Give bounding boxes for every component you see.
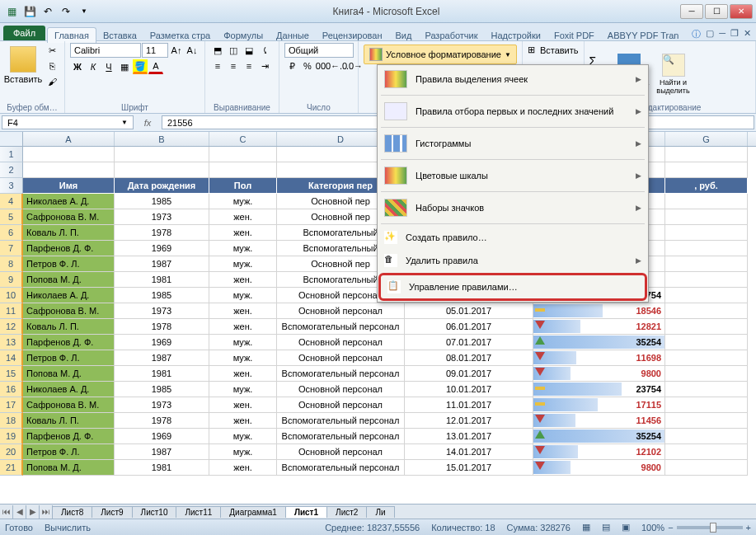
- gender-cell[interactable]: жен.: [209, 460, 277, 476]
- copy-icon[interactable]: ⎘: [45, 59, 59, 73]
- value-cell[interactable]: 18546: [533, 303, 665, 319]
- date-cell[interactable]: 15.01.2017: [405, 460, 533, 476]
- category-cell[interactable]: Основной персонал: [277, 382, 405, 397]
- cell[interactable]: [209, 147, 277, 162]
- maximize-button[interactable]: ☐: [705, 4, 728, 19]
- table-header[interactable]: Имя: [23, 178, 115, 194]
- year-cell[interactable]: 1981: [115, 272, 209, 288]
- sheet-tab-Лист2[interactable]: Лист2: [326, 506, 367, 518]
- cell[interactable]: [665, 194, 748, 209]
- date-cell[interactable]: 10.01.2017: [405, 382, 533, 397]
- underline-icon[interactable]: Ч: [101, 59, 116, 74]
- italic-icon[interactable]: К: [86, 59, 101, 74]
- value-cell[interactable]: 17115: [533, 397, 665, 413]
- zoom-control[interactable]: 100% − +: [641, 523, 751, 533]
- tab-first-icon[interactable]: ⏮: [0, 505, 13, 519]
- cf-data-bars[interactable]: Гистограммы ▶: [378, 129, 648, 157]
- value-cell[interactable]: 9800: [533, 366, 665, 382]
- qat-dropdown-icon[interactable]: ▼: [76, 3, 92, 20]
- sheet-tab-Лист8[interactable]: Лист8: [52, 506, 92, 518]
- name-cell[interactable]: Попова М. Д.: [23, 460, 115, 476]
- namebox-dropdown-icon[interactable]: ▼: [121, 119, 128, 126]
- gender-cell[interactable]: жен.: [209, 319, 277, 335]
- name-cell[interactable]: Парфенов Д. Ф.: [23, 335, 115, 350]
- name-cell[interactable]: Сафронова В. М.: [23, 209, 115, 225]
- zoom-slider[interactable]: [677, 526, 743, 529]
- cell[interactable]: [665, 162, 748, 178]
- value-cell[interactable]: 35254: [533, 429, 665, 444]
- cell[interactable]: [665, 397, 748, 413]
- row-header-6[interactable]: 6: [0, 225, 23, 241]
- sheet-tab-Лист10[interactable]: Лист10: [132, 506, 177, 518]
- file-tab[interactable]: Файл: [3, 26, 45, 40]
- cell[interactable]: [209, 162, 277, 178]
- cf-top-bottom-rules[interactable]: Правила отбора первых и последних значен…: [378, 97, 648, 125]
- cut-icon[interactable]: ✂: [45, 43, 59, 58]
- align-center-icon[interactable]: ≡: [226, 59, 241, 73]
- doc-min-icon[interactable]: ─: [719, 28, 725, 40]
- year-cell[interactable]: 1985: [115, 382, 209, 397]
- view-layout-icon[interactable]: ▤: [602, 522, 610, 533]
- cell[interactable]: [665, 350, 748, 366]
- fx-icon[interactable]: fx: [135, 114, 160, 131]
- row-header-5[interactable]: 5: [0, 209, 23, 225]
- name-cell[interactable]: Николаев А. Д.: [23, 288, 115, 303]
- name-cell[interactable]: Петров Ф. Л.: [23, 444, 115, 460]
- gender-cell[interactable]: муж.: [209, 429, 277, 444]
- date-cell[interactable]: 09.01.2017: [405, 366, 533, 382]
- cf-new-rule[interactable]: ✨ Создать правило…: [378, 226, 648, 249]
- row-header-18[interactable]: 18: [0, 413, 23, 429]
- year-cell[interactable]: 1978: [115, 225, 209, 241]
- insert-cells-icon[interactable]: ⊞: [528, 45, 535, 55]
- row-header-8[interactable]: 8: [0, 256, 23, 272]
- gender-cell[interactable]: муж.: [209, 256, 277, 272]
- name-cell[interactable]: Петров Ф. Л.: [23, 256, 115, 272]
- column-header-G[interactable]: G: [665, 132, 748, 146]
- zoom-in-icon[interactable]: +: [746, 523, 751, 533]
- cf-clear-rules[interactable]: 🗑 Удалить правила ▶: [378, 249, 648, 272]
- grow-font-icon[interactable]: A↑: [169, 43, 184, 58]
- insert-cells-label[interactable]: Вставить: [540, 45, 579, 55]
- align-right-icon[interactable]: ≡: [242, 59, 256, 73]
- name-cell[interactable]: Коваль Л. П.: [23, 413, 115, 429]
- inc-decimal-icon[interactable]: ←.0: [331, 59, 346, 73]
- cell[interactable]: [665, 225, 748, 241]
- category-cell[interactable]: Вспомогательный персонал: [277, 460, 405, 476]
- font-color-icon[interactable]: A: [148, 59, 163, 74]
- gender-cell[interactable]: муж.: [209, 288, 277, 303]
- cell[interactable]: [665, 256, 748, 272]
- gender-cell[interactable]: жен.: [209, 209, 277, 225]
- close-button[interactable]: ✕: [730, 4, 753, 19]
- name-cell[interactable]: Коваль Л. П.: [23, 319, 115, 335]
- year-cell[interactable]: 1978: [115, 319, 209, 335]
- row-header-12[interactable]: 12: [0, 319, 23, 335]
- year-cell[interactable]: 1969: [115, 429, 209, 444]
- year-cell[interactable]: 1969: [115, 335, 209, 350]
- row-header-21[interactable]: 21: [0, 460, 23, 476]
- shrink-font-icon[interactable]: A↓: [185, 43, 200, 58]
- undo-icon[interactable]: ↶: [40, 3, 56, 20]
- year-cell[interactable]: 1987: [115, 444, 209, 460]
- cf-highlight-rules[interactable]: Правила выделения ячеек ▶: [378, 65, 648, 93]
- sheet-tab-Диаграмма1[interactable]: Диаграмма1: [220, 506, 286, 518]
- row-header-15[interactable]: 15: [0, 366, 23, 382]
- cell[interactable]: [665, 319, 748, 335]
- align-bottom-icon[interactable]: ⬓: [242, 43, 256, 58]
- tab-prev-icon[interactable]: ◀: [13, 505, 26, 519]
- view-break-icon[interactable]: ▣: [622, 522, 630, 533]
- gender-cell[interactable]: жен.: [209, 413, 277, 429]
- cell[interactable]: [665, 272, 748, 288]
- minimize-ribbon-icon[interactable]: ▢: [706, 28, 714, 40]
- cell[interactable]: [665, 241, 748, 256]
- gender-cell[interactable]: жен.: [209, 397, 277, 413]
- date-cell[interactable]: 14.01.2017: [405, 444, 533, 460]
- cell[interactable]: [665, 303, 748, 319]
- comma-icon[interactable]: 000: [316, 59, 331, 73]
- percent-icon[interactable]: %: [300, 59, 315, 73]
- cell[interactable]: [665, 382, 748, 397]
- select-all-corner[interactable]: [0, 132, 23, 146]
- name-cell[interactable]: Попова М. Д.: [23, 272, 115, 288]
- year-cell[interactable]: 1981: [115, 460, 209, 476]
- cell[interactable]: [665, 147, 748, 162]
- category-cell[interactable]: Вспомогательный персонал: [277, 413, 405, 429]
